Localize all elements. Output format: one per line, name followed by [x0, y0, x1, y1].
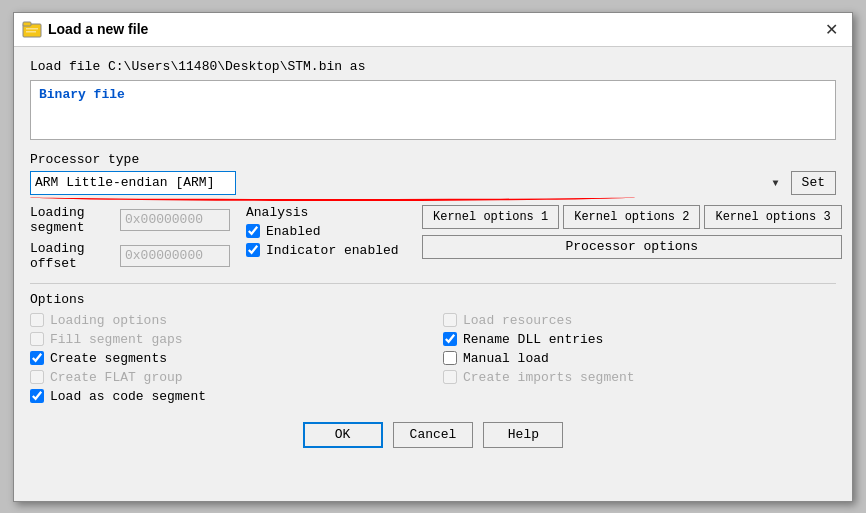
- file-type-text: Binary file: [39, 87, 125, 102]
- file-type-box: Binary file: [30, 80, 836, 140]
- footer: OK Cancel Help: [30, 408, 836, 464]
- kernel-options-1-button[interactable]: Kernel options 1: [422, 205, 559, 229]
- middle-section: Loading segment Loading offset Analysis …: [30, 205, 836, 271]
- title-bar: Load a new file ✕: [14, 13, 852, 47]
- create-flat-group-checkbox[interactable]: [30, 370, 44, 384]
- dropdown-arrow-icon: ▼: [773, 177, 779, 188]
- processor-type-label: Processor type: [30, 152, 836, 167]
- kernel-options-row: Kernel options 1 Kernel options 2 Kernel…: [422, 205, 842, 229]
- right-buttons: Kernel options 1 Kernel options 2 Kernel…: [422, 205, 842, 271]
- analysis-indicator-row: Indicator enabled: [246, 243, 406, 258]
- kernel-options-3-button[interactable]: Kernel options 3: [704, 205, 841, 229]
- set-button[interactable]: Set: [791, 171, 836, 195]
- loading-segment-row: Loading segment: [30, 205, 230, 235]
- analysis-enabled-row: Enabled: [246, 224, 406, 239]
- option-create-flat-group-row: Create FLAT group: [30, 370, 423, 385]
- divider: [30, 283, 836, 284]
- dialog-content: Load file C:\Users\11480\Desktop\STM.bin…: [14, 47, 852, 476]
- manual-load-label: Manual load: [463, 351, 549, 366]
- create-segments-label: Create segments: [50, 351, 167, 366]
- loading-options-checkbox[interactable]: [30, 313, 44, 327]
- load-resources-label: Load resources: [463, 313, 572, 328]
- options-col2: Load resources Rename DLL entries Manual…: [443, 313, 836, 408]
- processor-row: ARM Little-endian [ARM] ▼ Set: [30, 171, 836, 195]
- create-segments-checkbox[interactable]: [30, 351, 44, 365]
- close-button[interactable]: ✕: [819, 18, 844, 41]
- svg-rect-3: [26, 31, 36, 33]
- option-load-as-code-segment-row: Load as code segment: [30, 389, 423, 404]
- options-col1: Loading options Fill segment gaps Create…: [30, 313, 423, 408]
- load-as-code-segment-label: Load as code segment: [50, 389, 206, 404]
- manual-load-checkbox[interactable]: [443, 351, 457, 365]
- processor-select-wrapper: ARM Little-endian [ARM] ▼: [30, 171, 783, 195]
- processor-options-button[interactable]: Processor options: [422, 235, 842, 259]
- analysis-section: Analysis Enabled Indicator enabled: [246, 205, 406, 271]
- dialog-title: Load a new file: [48, 21, 148, 37]
- option-create-imports-segment-row: Create imports segment: [443, 370, 836, 385]
- loading-segment-input[interactable]: [120, 209, 230, 231]
- kernel-options-2-button[interactable]: Kernel options 2: [563, 205, 700, 229]
- fill-segment-gaps-checkbox[interactable]: [30, 332, 44, 346]
- option-manual-load-row: Manual load: [443, 351, 836, 366]
- fill-segment-gaps-label: Fill segment gaps: [50, 332, 183, 347]
- option-create-segments-row: Create segments: [30, 351, 423, 366]
- option-loading-options-row: Loading options: [30, 313, 423, 328]
- load-file-label: Load file C:\Users\11480\Desktop\STM.bin…: [30, 59, 836, 74]
- options-title: Options: [30, 292, 836, 307]
- load-as-code-segment-checkbox[interactable]: [30, 389, 44, 403]
- title-bar-left: Load a new file: [22, 19, 148, 39]
- option-rename-dll-entries-row: Rename DLL entries: [443, 332, 836, 347]
- ok-button[interactable]: OK: [303, 422, 383, 448]
- create-imports-segment-label: Create imports segment: [463, 370, 635, 385]
- create-imports-segment-checkbox[interactable]: [443, 370, 457, 384]
- analysis-title: Analysis: [246, 205, 406, 220]
- rename-dll-entries-checkbox[interactable]: [443, 332, 457, 346]
- svg-rect-2: [26, 28, 38, 30]
- analysis-indicator-label: Indicator enabled: [266, 243, 399, 258]
- option-fill-segment-gaps-row: Fill segment gaps: [30, 332, 423, 347]
- analysis-enabled-label: Enabled: [266, 224, 321, 239]
- processor-section: Processor type ARM Little-endian [ARM] ▼…: [30, 152, 836, 195]
- loading-fields: Loading segment Loading offset: [30, 205, 230, 271]
- create-flat-group-label: Create FLAT group: [50, 370, 183, 385]
- options-grid: Loading options Fill segment gaps Create…: [30, 313, 836, 408]
- loading-offset-row: Loading offset: [30, 241, 230, 271]
- option-load-resources-row: Load resources: [443, 313, 836, 328]
- load-resources-checkbox[interactable]: [443, 313, 457, 327]
- help-button[interactable]: Help: [483, 422, 563, 448]
- analysis-indicator-checkbox[interactable]: [246, 243, 260, 257]
- options-section: Options Loading options Fill segment gap…: [30, 292, 836, 408]
- rename-dll-entries-label: Rename DLL entries: [463, 332, 603, 347]
- analysis-enabled-checkbox[interactable]: [246, 224, 260, 238]
- loading-offset-input[interactable]: [120, 245, 230, 267]
- svg-rect-1: [23, 22, 31, 26]
- dialog-icon: [22, 19, 42, 39]
- load-new-file-dialog: Load a new file ✕ Load file C:\Users\114…: [13, 12, 853, 502]
- loading-offset-label: Loading offset: [30, 241, 112, 271]
- loading-segment-label: Loading segment: [30, 205, 112, 235]
- loading-options-label: Loading options: [50, 313, 167, 328]
- processor-select[interactable]: ARM Little-endian [ARM]: [30, 171, 236, 195]
- cancel-button[interactable]: Cancel: [393, 422, 474, 448]
